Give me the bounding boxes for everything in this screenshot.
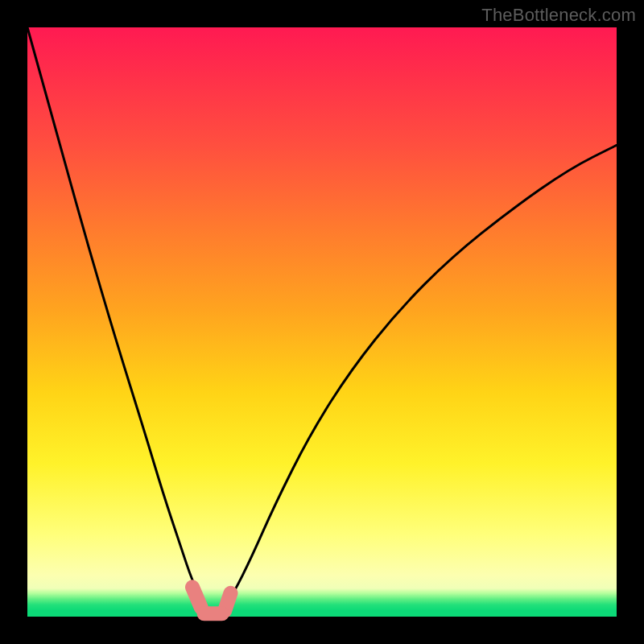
left-pink-capsule [192, 587, 201, 608]
chart-area [27, 27, 617, 617]
outer-frame: TheBottleneck.com [0, 0, 644, 644]
bottleneck-curve-path [27, 27, 617, 617]
pink-markers-group [192, 587, 231, 613]
watermark-text: TheBottleneck.com [481, 5, 636, 26]
curve-svg [27, 27, 617, 617]
